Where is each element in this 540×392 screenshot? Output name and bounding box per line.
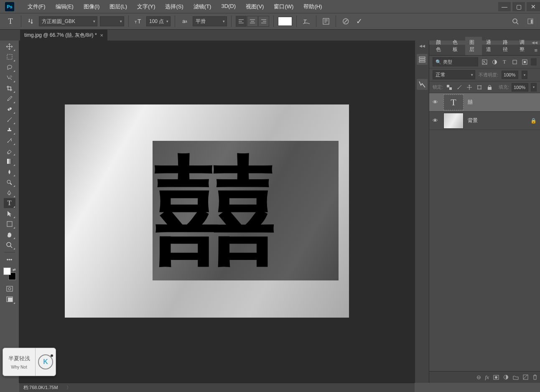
layer-item-background[interactable]: 👁 背景 🔒 (429, 112, 540, 130)
link-layers-icon[interactable]: ⊖ (476, 374, 481, 380)
warp-text-icon[interactable]: T (301, 16, 312, 27)
crop-tool[interactable] (4, 83, 15, 93)
new-layer-icon[interactable] (523, 374, 528, 380)
menu-edit[interactable]: 编辑(E) (51, 0, 79, 13)
menu-select[interactable]: 选择(S) (160, 0, 188, 13)
color-picker[interactable]: ⇄ (3, 267, 16, 280)
tab-adjustments[interactable]: 调整 (515, 37, 532, 55)
pen-tool[interactable] (4, 188, 15, 198)
delete-layer-icon[interactable] (532, 374, 537, 380)
lock-position-icon[interactable] (466, 84, 473, 91)
dodge-tool[interactable] (4, 177, 15, 187)
tab-swatches[interactable]: 色板 (448, 37, 465, 55)
font-family-select[interactable]: 方正粗圆_GBK ▾ (39, 16, 97, 26)
lock-transparent-icon[interactable] (446, 84, 453, 91)
maximize-button[interactable]: ▢ (512, 2, 525, 11)
blur-tool[interactable] (4, 167, 15, 177)
move-tool[interactable] (4, 41, 15, 51)
canvas-document[interactable]: 囍 (65, 104, 349, 318)
font-weight-select[interactable]: ▾ (100, 16, 124, 26)
workspace-icon[interactable] (525, 16, 536, 27)
quick-mask-icon[interactable] (4, 284, 15, 294)
lock-image-icon[interactable] (456, 84, 463, 91)
filter-shape-icon[interactable] (511, 58, 518, 66)
history-panel-icon[interactable] (417, 54, 428, 65)
opacity-dropdown-icon[interactable]: ▾ (522, 71, 527, 79)
lock-artboard-icon[interactable] (476, 84, 483, 91)
search-icon[interactable] (510, 16, 521, 27)
history-brush-tool[interactable] (4, 135, 15, 145)
fill-dropdown-icon[interactable]: ▾ (531, 83, 537, 92)
canvas-text-content[interactable]: 囍 (154, 164, 268, 257)
menu-3d[interactable]: 3D(D) (216, 0, 241, 13)
cancel-icon[interactable]: ⊘ (340, 16, 351, 27)
layer-name[interactable]: 囍 (468, 99, 537, 106)
eyedropper-tool[interactable] (4, 94, 15, 104)
layer-thumbnail[interactable] (443, 113, 464, 129)
layer-thumbnail[interactable]: T (443, 94, 464, 110)
document-tab[interactable]: timg.jpg @ 66.7% (囍, 灰色/8#) * × (20, 30, 107, 41)
visibility-toggle-icon[interactable]: 👁 (433, 117, 439, 124)
font-size-select[interactable]: 100 点 ▾ (146, 16, 171, 26)
zoom-tool[interactable] (4, 240, 15, 250)
menu-filter[interactable]: 滤镜(T) (188, 0, 217, 13)
fill-input[interactable]: 100% (512, 83, 528, 92)
align-center-button[interactable] (247, 16, 258, 27)
canvas-area[interactable]: 囍 (19, 41, 415, 383)
opacity-input[interactable]: 100% (502, 71, 518, 79)
antialias-select[interactable]: 平滑 ▾ (193, 16, 227, 26)
shape-tool[interactable] (4, 219, 15, 229)
blend-mode-select[interactable]: 正常 ▾ (433, 70, 475, 79)
stamp-tool[interactable] (4, 125, 15, 135)
layer-name[interactable]: 背景 (468, 117, 526, 124)
gradient-tool[interactable] (4, 156, 15, 166)
foreground-color-swatch[interactable] (3, 267, 11, 275)
status-more-icon[interactable]: 〉 (66, 384, 71, 391)
filter-text-icon[interactable]: T (501, 58, 508, 66)
adjustment-layer-icon[interactable] (503, 374, 509, 380)
text-color-swatch[interactable] (278, 17, 292, 26)
collapse-icon[interactable]: ◀◀ (419, 44, 425, 48)
filter-adjustment-icon[interactable] (491, 58, 498, 66)
commit-icon[interactable]: ✓ (354, 16, 364, 27)
menu-layer[interactable]: 图层(L) (104, 0, 132, 13)
layer-fx-icon[interactable]: fx (485, 374, 489, 381)
layer-mask-icon[interactable] (493, 375, 499, 380)
panel-menu-icon[interactable]: ≡ (532, 46, 540, 55)
menu-window[interactable]: 窗口(W) (269, 0, 298, 13)
marquee-tool[interactable] (4, 52, 15, 62)
edit-toolbar-icon[interactable]: ••• (4, 255, 15, 265)
character-panel-icon[interactable] (321, 16, 331, 27)
minimize-button[interactable]: — (498, 2, 511, 11)
layer-item-text[interactable]: 👁 T 囍 (429, 93, 540, 112)
filter-image-icon[interactable] (481, 58, 488, 66)
text-orientation-icon[interactable] (25, 16, 36, 27)
menu-view[interactable]: 视图(V) (241, 0, 269, 13)
filter-smartobject-icon[interactable] (521, 58, 528, 66)
align-right-button[interactable] (258, 16, 269, 27)
menu-type[interactable]: 文字(Y) (132, 0, 160, 13)
properties-panel-icon[interactable] (417, 79, 428, 90)
eraser-tool[interactable] (4, 146, 15, 156)
path-select-tool[interactable] (4, 209, 15, 219)
healing-tool[interactable] (4, 104, 15, 114)
tab-channels[interactable]: 通道 (482, 37, 499, 55)
tab-paths[interactable]: 路径 (499, 37, 515, 55)
lock-all-icon[interactable] (486, 84, 493, 91)
menu-image[interactable]: 图像(I) (79, 0, 104, 13)
visibility-toggle-icon[interactable]: 👁 (433, 99, 439, 105)
tab-color[interactable]: 颜色 (432, 37, 448, 55)
close-tab-icon[interactable]: × (100, 32, 104, 38)
align-left-button[interactable] (236, 16, 247, 27)
lasso-tool[interactable] (4, 62, 15, 72)
close-button[interactable]: ✕ (527, 2, 540, 11)
lock-icon[interactable]: 🔒 (530, 118, 537, 124)
layer-filter-select[interactable]: 🔍 类型 (433, 57, 478, 66)
filter-toggle[interactable] (531, 58, 537, 66)
text-tool[interactable]: T (4, 198, 15, 208)
hand-tool[interactable] (4, 229, 15, 239)
group-layers-icon[interactable] (513, 375, 519, 380)
screen-mode-icon[interactable] (4, 294, 15, 304)
brush-tool[interactable] (4, 115, 15, 125)
menu-file[interactable]: 文件(F) (23, 0, 51, 13)
